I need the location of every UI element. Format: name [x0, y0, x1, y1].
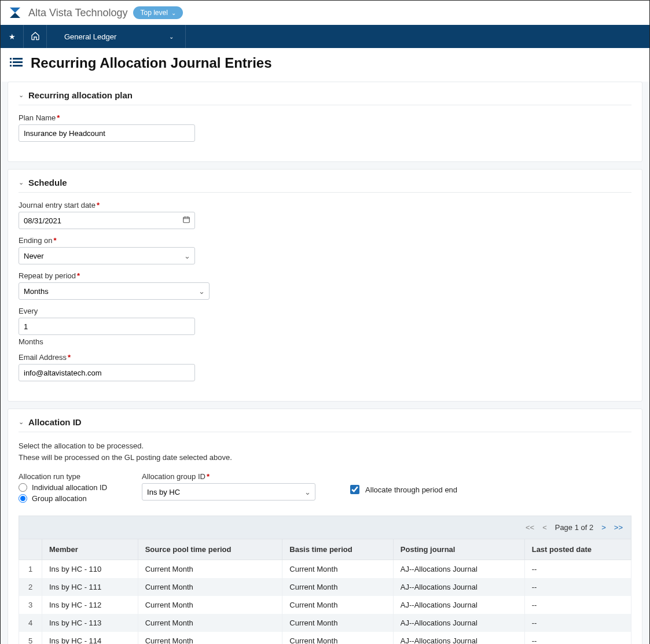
cell-source: Current Month	[138, 614, 282, 632]
pager-text: Page 1 of 2	[555, 523, 594, 532]
cell-source: Current Month	[138, 596, 282, 614]
svg-rect-4	[10, 61, 12, 63]
svg-rect-2	[10, 58, 12, 60]
recurring-plan-panel: ⌄ Recurring allocation plan Plan Name*	[8, 82, 642, 162]
star-icon: ★	[9, 32, 16, 41]
every-input[interactable]	[19, 318, 195, 335]
cell-rownum: 3	[19, 596, 42, 614]
svg-rect-7	[13, 65, 23, 67]
table-row[interactable]: 5Ins by HC - 114Current MonthCurrent Mon…	[19, 632, 631, 644]
section-title: Allocation ID	[28, 417, 82, 427]
top-level-label: Top level	[140, 9, 167, 17]
table-row[interactable]: 4Ins by HC - 113Current MonthCurrent Mon…	[19, 614, 631, 632]
radio-individual-input[interactable]	[19, 483, 27, 492]
start-date-input[interactable]	[19, 212, 195, 229]
cell-source: Current Month	[138, 578, 282, 596]
start-date-label: Journal entry start date*	[19, 201, 631, 209]
app-header: Alta Vista Technology Top level ⌄	[1, 1, 649, 25]
every-unit: Months	[19, 337, 631, 346]
cell-basis: Current Month	[282, 596, 394, 614]
main-navbar: ★ General Ledger ⌄	[1, 25, 649, 48]
svg-rect-6	[10, 65, 12, 67]
module-selector[interactable]: General Ledger ⌄	[47, 25, 186, 48]
cell-rownum: 1	[19, 560, 42, 579]
group-id-select[interactable]	[142, 483, 315, 501]
col-source[interactable]: Source pool time period	[138, 539, 282, 560]
pager-first[interactable]: <<	[526, 523, 534, 532]
cell-journal: AJ--Allocations Journal	[393, 632, 524, 644]
repeat-by-label: Repeat by period*	[19, 271, 631, 280]
page-header: Recurring Allocation Journal Entries	[1, 48, 649, 82]
cell-basis: Current Month	[282, 560, 394, 579]
chevron-down-icon: ⌄	[169, 34, 174, 40]
page-title: Recurring Allocation Journal Entries	[31, 55, 272, 71]
cell-journal: AJ--Allocations Journal	[393, 560, 524, 579]
cell-basis: Current Month	[282, 632, 394, 644]
cell-member: Ins by HC - 114	[42, 632, 138, 644]
pager-next[interactable]: >	[601, 523, 606, 532]
radio-individual[interactable]: Individual allocation ID	[19, 483, 107, 492]
pager-last[interactable]: >>	[614, 523, 623, 532]
collapse-toggle[interactable]: ⌄	[19, 91, 24, 99]
col-member[interactable]: Member	[42, 539, 138, 560]
cell-member: Ins by HC - 110	[42, 560, 138, 579]
cell-last: --	[524, 560, 631, 579]
svg-marker-0	[10, 8, 20, 13]
svg-rect-5	[13, 61, 23, 63]
allocate-through-checkbox[interactable]	[350, 485, 359, 494]
list-icon[interactable]	[10, 57, 23, 69]
radio-group-input[interactable]	[19, 494, 27, 503]
ending-on-select[interactable]	[19, 247, 195, 264]
cell-journal: AJ--Allocations Journal	[393, 578, 524, 596]
cell-rownum: 5	[19, 632, 42, 644]
pager-prev[interactable]: <	[542, 523, 547, 532]
col-last[interactable]: Last posted date	[524, 539, 631, 560]
cell-journal: AJ--Allocations Journal	[393, 596, 524, 614]
favorites-button[interactable]: ★	[1, 25, 24, 48]
cell-last: --	[524, 596, 631, 614]
plan-name-input[interactable]	[19, 124, 195, 142]
cell-last: --	[524, 632, 631, 644]
table-header-row: Member Source pool time period Basis tim…	[19, 539, 631, 560]
email-input[interactable]	[19, 364, 195, 381]
cell-last: --	[524, 614, 631, 632]
svg-rect-3	[13, 58, 23, 60]
table-toolbar: << < Page 1 of 2 > >>	[19, 516, 631, 539]
module-name: General Ledger	[64, 32, 116, 41]
every-label: Every	[19, 307, 631, 315]
allocation-help: Select the allocation to be processed. T…	[19, 440, 631, 463]
collapse-toggle[interactable]: ⌄	[19, 418, 24, 426]
schedule-panel: ⌄ Schedule Journal entry start date* End…	[8, 169, 642, 402]
home-button[interactable]	[24, 25, 47, 48]
col-basis[interactable]: Basis time period	[282, 539, 394, 560]
group-id-label: Allocation group ID*	[142, 472, 315, 481]
table-row[interactable]: 1Ins by HC - 110Current MonthCurrent Mon…	[19, 560, 631, 579]
cell-source: Current Month	[138, 560, 282, 579]
cell-last: --	[524, 578, 631, 596]
table-row[interactable]: 3Ins by HC - 112Current MonthCurrent Mon…	[19, 596, 631, 614]
cell-member: Ins by HC - 113	[42, 614, 138, 632]
repeat-by-select[interactable]	[19, 282, 210, 300]
svg-marker-1	[10, 13, 20, 18]
cell-member: Ins by HC - 111	[42, 578, 138, 596]
section-title: Schedule	[28, 178, 67, 187]
allocation-table: Member Source pool time period Basis tim…	[19, 539, 631, 644]
chevron-down-icon: ⌄	[171, 10, 176, 16]
radio-group[interactable]: Group allocation	[19, 494, 107, 503]
home-icon	[31, 31, 40, 42]
email-label: Email Address*	[19, 353, 631, 362]
run-type-label: Allocation run type	[19, 472, 107, 481]
top-level-dropdown[interactable]: Top level ⌄	[133, 6, 182, 19]
ending-on-label: Ending on*	[19, 236, 631, 245]
collapse-toggle[interactable]: ⌄	[19, 179, 24, 186]
cell-basis: Current Month	[282, 578, 394, 596]
col-journal[interactable]: Posting journal	[393, 539, 524, 560]
cell-rownum: 4	[19, 614, 42, 632]
cell-basis: Current Month	[282, 614, 394, 632]
cell-source: Current Month	[138, 632, 282, 644]
company-name: Alta Vista Technology	[28, 7, 127, 19]
plan-name-label: Plan Name*	[19, 113, 631, 122]
col-rownum	[19, 539, 42, 560]
table-row[interactable]: 2Ins by HC - 111Current MonthCurrent Mon…	[19, 578, 631, 596]
allocate-through-label: Allocate through period end	[365, 485, 457, 494]
